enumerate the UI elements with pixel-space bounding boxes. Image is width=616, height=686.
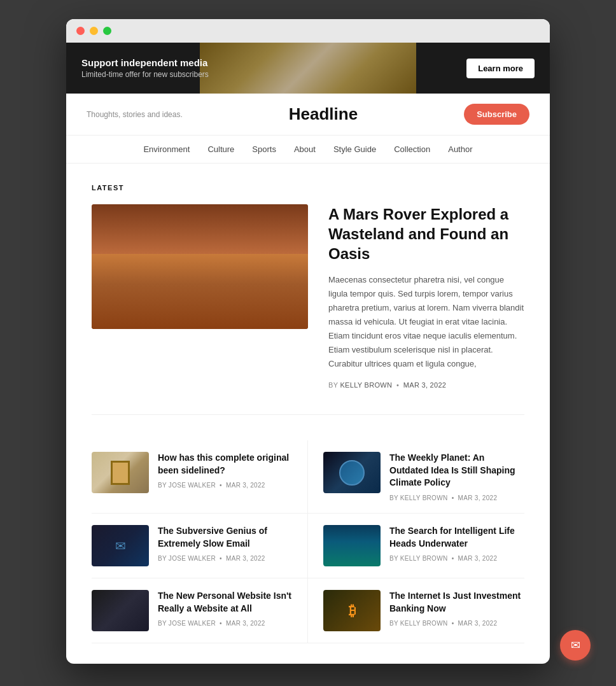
site-header: Thoughts, stories and ideas. Headline Su… <box>66 94 550 136</box>
article-meta: BY KELLY BROWN • MAR 3, 2022 <box>389 555 524 562</box>
article-date: MAR 3, 2022 <box>458 555 498 562</box>
article-info: The New Personal Website Isn't Really a … <box>158 590 292 631</box>
maximize-dot[interactable] <box>103 27 111 35</box>
globe-icon <box>339 460 365 486</box>
nav-item-author[interactable]: Author <box>448 144 472 154</box>
email-fab-icon: ✉ <box>571 638 580 652</box>
thumb-underwater <box>323 525 381 566</box>
article-meta: BY KELLY BROWN • MAR 3, 2022 <box>389 494 524 501</box>
mars-ground <box>92 254 308 329</box>
section-label-latest: LATEST <box>92 184 524 192</box>
article-card[interactable]: How has this complete original been side… <box>92 440 308 514</box>
title-bar <box>66 19 550 43</box>
article-thumb <box>92 590 149 631</box>
mars-landscape <box>92 204 308 329</box>
thumb-email: ✉ <box>92 525 149 566</box>
article-date: MAR 3, 2022 <box>458 494 498 501</box>
article-headline[interactable]: The Subversive Genius of Extremely Slow … <box>158 525 292 550</box>
email-fab[interactable]: ✉ <box>560 630 591 661</box>
featured-article-body: A Mars Rover Explored a Wasteland and Fo… <box>328 204 524 389</box>
article-author: JOSE WALKER <box>169 482 216 489</box>
article-date: MAR 3, 2022 <box>226 555 265 562</box>
article-card[interactable]: ₿ The Internet Is Just Investment Bankin… <box>308 578 524 643</box>
article-meta: BY JOSE WALKER • MAR 3, 2022 <box>158 555 292 562</box>
featured-article-image <box>92 204 308 329</box>
site-title: Headline <box>289 104 358 124</box>
email-icon: ✉ <box>115 538 126 554</box>
article-thumb <box>92 452 149 493</box>
nav-item-sports[interactable]: Sports <box>252 144 276 154</box>
article-date: MAR 3, 2022 <box>458 620 498 627</box>
article-headline[interactable]: How has this complete original been side… <box>158 452 292 477</box>
thumb-portrait <box>92 452 149 493</box>
close-dot[interactable] <box>76 27 85 35</box>
banner-subtitle: Limited-time offer for new subscribers <box>81 70 209 79</box>
article-author: JOSE WALKER <box>169 620 216 627</box>
banner-title: Support independent media <box>81 57 209 68</box>
article-info: The Weekly Planet: An Outdated Idea Is S… <box>389 452 524 501</box>
featured-article-date: MAR 3, 2022 <box>403 381 447 389</box>
article-grid: How has this complete original been side… <box>92 440 524 643</box>
article-meta: BY JOSE WALKER • MAR 3, 2022 <box>158 620 292 627</box>
article-date: MAR 3, 2022 <box>226 482 265 489</box>
article-meta: BY JOSE WALKER • MAR 3, 2022 <box>158 482 292 489</box>
article-headline[interactable]: The New Personal Website Isn't Really a … <box>158 590 292 615</box>
article-headline[interactable]: The Internet Is Just Investment Banking … <box>389 590 524 615</box>
article-card[interactable]: The Weekly Planet: An Outdated Idea Is S… <box>308 440 524 514</box>
article-info: How has this complete original been side… <box>158 452 292 501</box>
article-meta: BY KELLY BROWN • MAR 3, 2022 <box>389 620 524 627</box>
nav-item-culture[interactable]: Culture <box>207 144 234 154</box>
minimize-dot[interactable] <box>90 27 98 35</box>
article-thumb: ₿ <box>323 590 381 631</box>
featured-article-meta: BY KELLY BROWN • MAR 3, 2022 <box>328 381 524 389</box>
main-content: LATEST A Mars Rover Explored a Wasteland… <box>66 164 550 664</box>
main-nav: Environment Culture Sports About Style G… <box>66 136 550 164</box>
article-author: KELLY BROWN <box>400 620 448 627</box>
thumb-bitcoin: ₿ <box>323 590 381 631</box>
featured-article-excerpt: Maecenas consectetur pharetra nisi, vel … <box>328 273 524 372</box>
article-author: KELLY BROWN <box>400 494 448 501</box>
nav-item-about[interactable]: About <box>294 144 316 154</box>
subscribe-button[interactable]: Subscribe <box>464 104 529 125</box>
banner-decorative-image <box>200 43 416 94</box>
mars-sky <box>92 204 308 260</box>
article-info: The Search for Intelligent Life Heads Un… <box>389 525 524 566</box>
bitcoin-icon: ₿ <box>349 603 356 619</box>
promo-banner: Support independent media Limited-time o… <box>66 43 550 94</box>
nav-item-style-guide[interactable]: Style Guide <box>333 144 376 154</box>
article-author: KELLY BROWN <box>400 555 448 562</box>
article-info: The Internet Is Just Investment Banking … <box>389 590 524 631</box>
site-tagline: Thoughts, stories and ideas. <box>87 110 183 119</box>
article-headline[interactable]: The Search for Intelligent Life Heads Un… <box>389 525 524 550</box>
featured-article[interactable]: A Mars Rover Explored a Wasteland and Fo… <box>92 204 524 415</box>
article-card[interactable]: The New Personal Website Isn't Really a … <box>92 578 308 643</box>
nav-item-collection[interactable]: Collection <box>394 144 430 154</box>
browser-window: Support independent media Limited-time o… <box>66 19 550 664</box>
article-thumb: ✉ <box>92 525 149 566</box>
banner-text: Support independent media Limited-time o… <box>81 57 209 79</box>
article-card[interactable]: ✉ The Subversive Genius of Extremely Slo… <box>92 514 308 578</box>
nav-item-environment[interactable]: Environment <box>143 144 190 154</box>
portrait-frame <box>111 461 130 485</box>
article-author: JOSE WALKER <box>169 555 216 562</box>
featured-article-author: KELLY BROWN <box>340 381 392 389</box>
learn-more-button[interactable]: Learn more <box>466 59 535 78</box>
banner-image-inner <box>200 43 416 94</box>
thumb-phone <box>92 590 149 631</box>
article-headline[interactable]: The Weekly Planet: An Outdated Idea Is S… <box>389 452 524 489</box>
thumb-globe <box>323 452 381 493</box>
article-info: The Subversive Genius of Extremely Slow … <box>158 525 292 566</box>
article-date: MAR 3, 2022 <box>226 620 265 627</box>
article-card[interactable]: The Search for Intelligent Life Heads Un… <box>308 514 524 578</box>
article-thumb <box>323 525 381 566</box>
article-thumb <box>323 452 381 493</box>
featured-article-headline[interactable]: A Mars Rover Explored a Wasteland and Fo… <box>328 204 524 264</box>
